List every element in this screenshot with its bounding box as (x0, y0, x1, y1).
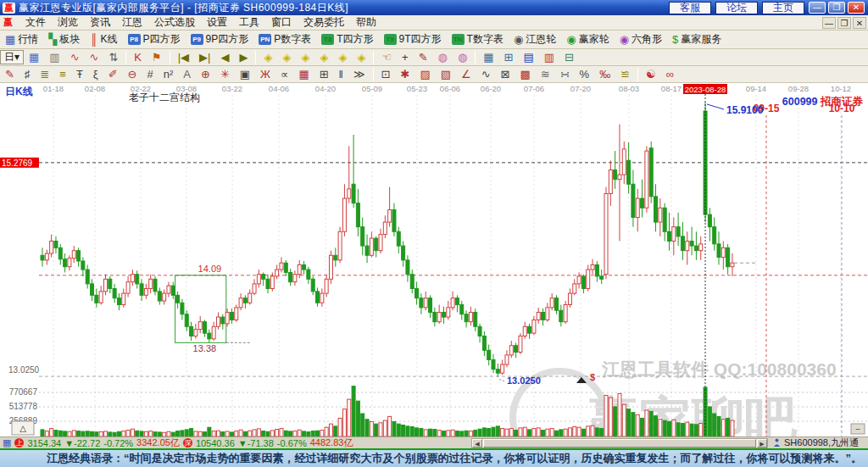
homepage-button[interactable]: 主页 (762, 2, 804, 14)
winner-wheel-button[interactable]: ◉赢家轮 (561, 32, 614, 47)
scroll-left-button[interactable]: ◀ (472, 439, 482, 448)
p-number-table-button[interactable]: PNP数字表 (253, 32, 316, 47)
shenzhen-index-icon[interactable]: 深 (183, 438, 192, 448)
save-as-icon[interactable]: ▥ (539, 50, 559, 65)
gann-diamond-6-icon[interactable]: ◈ (352, 50, 370, 65)
sectors-button[interactable]: ▚板块 (43, 32, 85, 47)
tool-delete-box[interactable]: ⊠ (496, 67, 515, 82)
tool-angle-label[interactable]: A (178, 67, 196, 82)
flag-icon[interactable]: ⚑ (147, 50, 167, 65)
tool-price-ladder[interactable]: ≣ (35, 67, 54, 82)
tab-daily-kline[interactable]: 日K线 (5, 85, 33, 99)
gann-diamond-4-icon[interactable]: ◈ (314, 50, 333, 65)
tool-fan[interactable]: ✱ (395, 67, 415, 82)
trendline-icon[interactable]: ∿ (65, 50, 85, 65)
tool-gann-star[interactable]: ✳ (215, 67, 235, 82)
tool-hlines[interactable]: ≡ (54, 67, 71, 82)
quotes-grid-icon[interactable]: ▦ (3, 437, 11, 448)
menu-公式选股[interactable]: 公式选股 (148, 15, 201, 29)
scrollbar-thumb[interactable] (483, 439, 756, 448)
horizontal-scrollbar[interactable]: ◀ ▶ (471, 438, 768, 448)
gann-wheel-button[interactable]: ◉江恩轮 (509, 32, 561, 47)
mdi-minimize-button[interactable]: — (822, 17, 836, 29)
p-square-button[interactable]: P8P四方形 (123, 32, 186, 47)
close-button[interactable]: ✕ (848, 2, 865, 14)
tool-gann-box[interactable]: ▦ (293, 67, 314, 82)
tool-ratio[interactable]: ∺ (555, 67, 575, 82)
first-bar-icon[interactable]: |◀ (173, 50, 194, 65)
annotate-icon[interactable]: ✎ (414, 50, 433, 65)
gann-badge2-icon[interactable]: ◍ (453, 50, 472, 65)
tool-square-n2[interactable]: n² (159, 67, 179, 82)
customer-service-button[interactable]: 客服 (669, 2, 711, 14)
tool-permille[interactable]: ‰ (594, 67, 615, 82)
kline-chart[interactable]: 01-1802-0802-2203-0803-2204-0604-2005-09… (0, 83, 868, 436)
scroll-right-button[interactable]: ▶ (757, 439, 767, 448)
gann-diamond-3-icon[interactable]: ◈ (296, 50, 314, 65)
menu-江恩[interactable]: 江恩 (116, 15, 148, 29)
print-icon[interactable]: ⊟ (559, 50, 579, 65)
gann-diamond-5-icon[interactable]: ◈ (333, 50, 352, 65)
tool-infinity[interactable]: ∞ (661, 67, 679, 82)
tool-parallel[interactable]: ‖ (334, 67, 348, 82)
menu-浏览[interactable]: 浏览 (52, 15, 84, 29)
tool-congruent[interactable]: ≌ (615, 67, 635, 82)
menu-文件[interactable]: 文件 (19, 15, 52, 29)
next-bar-icon[interactable]: ▶ (234, 50, 253, 65)
maximize-button[interactable]: ❐ (828, 2, 845, 14)
tool-wave[interactable]: ∿ (476, 67, 496, 82)
mdi-restore-button[interactable]: ❐ (837, 17, 851, 29)
menu-窗口[interactable]: 窗口 (265, 15, 298, 29)
tool-spiral[interactable]: ξ (88, 67, 103, 82)
tool-proportion[interactable]: ∝ (275, 67, 293, 82)
tool-select-box[interactable]: ⊡ (376, 67, 396, 82)
shanghai-index-icon[interactable]: 上 (14, 438, 24, 448)
tool-bars-ruler[interactable]: # (142, 67, 159, 82)
menu-设置[interactable]: 设置 (201, 15, 233, 29)
tool-angle[interactable]: ∠ (456, 67, 476, 82)
curve-icon[interactable]: ∿ (85, 50, 104, 65)
gann-diamond-1-icon[interactable]: ◈ (259, 50, 277, 65)
tool-ray-bundle[interactable]: Ж (255, 67, 275, 82)
calendar-icon[interactable]: ▦ (478, 50, 498, 65)
winner-service-button[interactable]: $赢家服务 (667, 32, 726, 47)
save-icon[interactable]: ▤ (518, 50, 538, 65)
last-bar-icon[interactable]: ▶| (194, 50, 215, 65)
tool-shade-down[interactable]: ▧ (436, 67, 456, 82)
tool-marker[interactable]: ✐ (103, 67, 123, 82)
tool-gann-grid[interactable]: ♯ (19, 67, 36, 82)
gann-badge-icon[interactable]: ◍ (433, 50, 453, 65)
tool-square[interactable]: ▣ (235, 67, 255, 82)
tool-expand[interactable]: ≫ (348, 67, 370, 82)
kline-button[interactable]: ║K线 (85, 32, 122, 47)
ninep-square-button[interactable]: P99P四方形 (186, 32, 254, 47)
kline-style-icon[interactable]: K (129, 50, 147, 65)
prev-bar-icon[interactable]: ◀ (215, 50, 234, 65)
minimize-button[interactable]: — (809, 2, 826, 14)
tool-gann-circle[interactable]: ⊕ (196, 67, 215, 82)
menu-帮助[interactable]: 帮助 (350, 15, 382, 29)
t-number-table-button[interactable]: TNT数字表 (447, 32, 509, 47)
tool-cycle-circle[interactable]: ⊖ (123, 67, 142, 82)
ninet-square-button[interactable]: T99T四方形 (379, 32, 447, 47)
menu-交易委托[interactable]: 交易委托 (298, 15, 350, 29)
quote-panel-icon[interactable]: ▥ (44, 50, 64, 65)
t-square-button[interactable]: T8T四方形 (316, 32, 378, 47)
crosshair-icon[interactable]: + (397, 50, 414, 65)
tool-pen[interactable]: ✎ (0, 67, 19, 82)
gann-diamond-2-icon[interactable]: ◈ (277, 50, 296, 65)
mdi-close-button[interactable]: ✕ (853, 17, 866, 29)
tool-shade-up[interactable]: ▨ (415, 67, 435, 82)
tool-grid-box[interactable]: ⊞ (314, 67, 334, 82)
tool-waves[interactable]: ≋ (536, 67, 555, 82)
forum-button[interactable]: 论坛 (715, 2, 758, 14)
period-selector[interactable]: 日▾ (0, 50, 24, 64)
hexagon-button[interactable]: ◉六角形 (615, 32, 667, 47)
hand-icon[interactable]: ☜ (376, 50, 397, 65)
tool-yinyang[interactable]: ☯ (641, 67, 661, 82)
stock-ticker-shortcut[interactable]: SH600998,九州通 (768, 436, 868, 448)
calculator-icon[interactable]: ⊞ (499, 50, 519, 65)
tool-hatch[interactable]: ▩ (515, 67, 535, 82)
menu-工具[interactable]: 工具 (233, 15, 265, 29)
invert-icon[interactable]: ⇅ (103, 50, 123, 65)
